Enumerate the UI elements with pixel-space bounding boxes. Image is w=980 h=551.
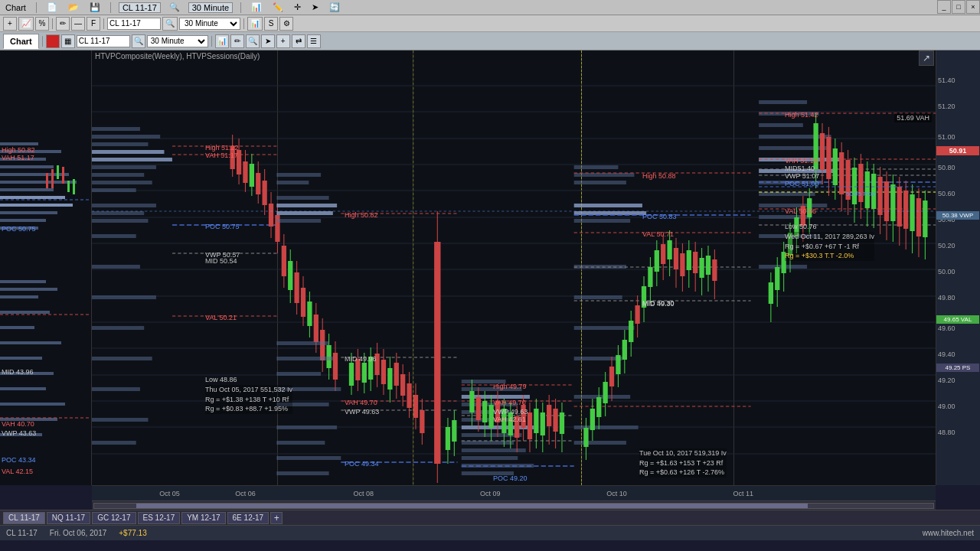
sep-5 [103, 18, 104, 29]
date-oct09: Oct 09 [480, 490, 501, 497]
chart-tab-main[interactable]: Chart [3, 34, 39, 49]
svg-rect-147 [407, 383, 411, 408]
price-50-38-box: 50.38 VWP [936, 211, 979, 220]
tb-props-btn[interactable]: ⚙ [279, 17, 293, 31]
svg-rect-167 [462, 448, 526, 452]
svg-rect-51 [92, 150, 164, 154]
tab-6e-1217[interactable]: 6E 12-17 [227, 512, 270, 524]
toolbar-instrument[interactable]: CL 11-17 [119, 2, 161, 13]
instrument-input[interactable] [107, 18, 161, 30]
minimize-btn[interactable]: _ [937, 0, 951, 14]
chart-corner-button[interactable]: ↗ [919, 51, 934, 66]
main-layout: High 50.82 VAH 51.17 POC 50.75 MID 43.96… [0, 51, 980, 485]
status-bar: CL 11-17 Fri. Oct 06, 2017 +$77.13 www.h… [0, 525, 980, 540]
timeframe-select[interactable]: 30 Minute 1 Minute 5 Minute Daily [179, 18, 240, 30]
ct-zoom-btn[interactable]: 🔍 [246, 34, 260, 48]
toolbar-icon-new[interactable]: 📄 [44, 2, 60, 12]
ct-instrument-input[interactable] [77, 35, 130, 47]
tb-indicator-btn[interactable]: 📊 [247, 17, 263, 31]
maximize-btn[interactable]: □ [952, 0, 965, 14]
scroll-track[interactable] [93, 503, 934, 509]
tab-ym-1217[interactable]: YM 12-17 [181, 512, 225, 524]
svg-rect-312 [839, 152, 844, 194]
left-label-vah: VAH 51.17 [2, 154, 34, 161]
svg-rect-49 [92, 135, 160, 139]
ct-bar-type-btn[interactable]: 📊 [215, 34, 229, 48]
chart-area[interactable]: HTVPComposite(Weekly), HTVPSessions(Dail… [92, 51, 936, 485]
svg-rect-53 [92, 165, 156, 169]
svg-rect-200 [541, 412, 545, 435]
ct-props-btn[interactable]: ☰ [307, 34, 321, 48]
svg-rect-111 [276, 211, 332, 215]
toolbar-pencil[interactable]: ✏️ [270, 2, 286, 12]
svg-rect-96 [301, 288, 305, 317]
svg-rect-267 [712, 259, 717, 281]
scroll-thumb[interactable] [136, 504, 808, 508]
svg-rect-57 [92, 204, 156, 207]
tb-draw-btn[interactable]: ✏ [56, 17, 70, 31]
toolbar-crosshair[interactable]: ✛ [292, 2, 303, 12]
svg-rect-320 [865, 171, 870, 208]
ct-pencil-btn[interactable]: ✏ [230, 34, 244, 48]
svg-rect-118 [276, 425, 337, 429]
svg-rect-239 [622, 340, 627, 360]
toolbar-arrow[interactable]: ➤ [309, 2, 321, 12]
label-mid4930: MID 49.30 [642, 300, 675, 308]
svg-rect-202 [547, 405, 551, 426]
svg-rect-255 [674, 248, 678, 269]
sep-4 [52, 18, 53, 29]
tab-es-1217[interactable]: ES 12-17 [138, 512, 181, 524]
svg-rect-54 [92, 173, 144, 177]
chart-header-title: HTVPComposite(Weekly), HTVPSessions(Dail… [95, 52, 260, 60]
svg-rect-306 [820, 133, 825, 170]
svg-rect-259 [687, 250, 691, 270]
tab-cl-1117[interactable]: CL 11-17 [3, 512, 45, 524]
tb-btn-1[interactable]: + [3, 17, 17, 31]
bottom-scrollbar[interactable] [92, 500, 936, 510]
svg-rect-237 [616, 355, 620, 374]
close-btn[interactable]: × [966, 0, 980, 14]
menu-chart[interactable]: Chart [3, 3, 28, 12]
svg-rect-109 [276, 196, 328, 200]
svg-rect-108 [276, 181, 309, 184]
toolbar-refresh[interactable]: 🔄 [327, 2, 342, 12]
svg-rect-276 [759, 192, 815, 196]
ct-search-btn[interactable]: 🔍 [132, 34, 145, 48]
ct-crosshair-btn[interactable]: + [276, 34, 290, 48]
add-tab-button[interactable]: + [270, 512, 283, 524]
svg-rect-330 [897, 187, 902, 227]
ct-arrow-btn[interactable]: ➤ [261, 34, 275, 48]
ct-timeframe-select[interactable]: 30 Minute 1 Minute Daily [147, 35, 208, 47]
ct-color-btn[interactable] [46, 34, 60, 48]
tb-strategy-btn[interactable]: S [264, 17, 278, 31]
tb-fib-btn[interactable]: F [87, 17, 100, 31]
svg-rect-180 [476, 397, 481, 420]
label-high5082: High 50.82 [345, 211, 378, 219]
svg-rect-208 [574, 173, 635, 177]
left-label-vwp: VWP 43.63 [2, 429, 36, 437]
tab-gc-1217[interactable]: GC 12-17 [92, 512, 136, 524]
toolbar-icon-open[interactable]: 📂 [66, 2, 81, 12]
price-51-40: 51.40 [938, 77, 956, 84]
tb-search-btn[interactable]: 🔍 [162, 17, 178, 31]
left-sidebar: High 50.82 VAH 51.17 POC 50.75 MID 43.96… [0, 51, 92, 485]
tb-btn-3[interactable]: % [35, 17, 49, 31]
toolbar-search[interactable]: 🔍 [167, 2, 182, 12]
svg-rect-78 [243, 161, 247, 183]
ct-sync-btn[interactable]: ⇄ [292, 34, 305, 48]
ct-style-btn[interactable]: ▦ [61, 34, 75, 48]
svg-rect-26 [57, 165, 59, 179]
svg-rect-151 [420, 410, 424, 433]
svg-rect-204 [553, 409, 557, 432]
svg-rect-336 [916, 198, 921, 236]
toolbar-chart-icon[interactable]: 📊 [249, 2, 264, 12]
toolbar-timeframe[interactable]: 30 Minute [188, 2, 233, 13]
svg-rect-66 [92, 418, 148, 422]
date-oct11: Oct 11 [733, 490, 754, 497]
toolbar-icon-save[interactable]: 💾 [87, 2, 103, 12]
svg-rect-235 [609, 367, 614, 386]
tb-line-btn[interactable]: — [71, 17, 85, 31]
svg-rect-145 [400, 374, 405, 396]
tb-btn-2[interactable]: 📈 [18, 17, 34, 31]
tab-nq-1117[interactable]: NQ 11-17 [47, 512, 90, 524]
